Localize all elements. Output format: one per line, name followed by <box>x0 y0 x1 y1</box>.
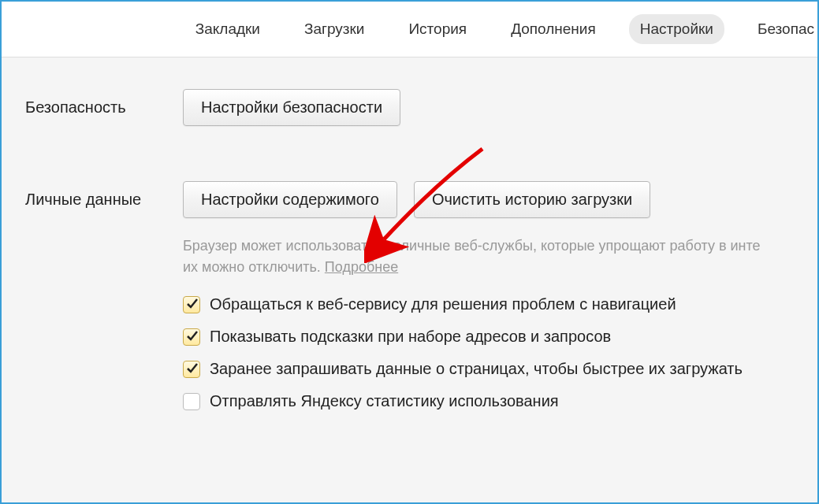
more-link[interactable]: Подробнее <box>325 259 398 275</box>
check-row-navigation[interactable]: Обращаться к веб-сервису для решения про… <box>183 295 817 313</box>
desc-line-2: их можно отключить. <box>183 259 325 275</box>
check-row-prefetch[interactable]: Заранее запрашивать данные о страницах, … <box>183 360 817 378</box>
desc-line-1: Браузер может использовать различные веб… <box>183 238 761 254</box>
section-title-personal: Личные данные <box>25 181 183 209</box>
checkbox-suggestions[interactable] <box>183 328 200 346</box>
check-label: Заранее запрашивать данные о страницах, … <box>210 360 743 378</box>
section-title-security: Безопасность <box>25 89 183 117</box>
personal-description: Браузер может использовать различные веб… <box>183 235 813 278</box>
security-settings-button[interactable]: Настройки безопасности <box>183 89 400 126</box>
tab-settings[interactable]: Настройки <box>629 14 724 44</box>
check-row-suggestions[interactable]: Показывать подсказки при наборе адресов … <box>183 328 817 346</box>
tab-bookmarks[interactable]: Закладки <box>184 14 271 44</box>
check-label: Отправлять Яндексу статистику использова… <box>210 392 559 410</box>
settings-content: Безопасность Настройки безопасности Личн… <box>2 57 817 503</box>
check-label: Показывать подсказки при наборе адресов … <box>210 328 611 346</box>
content-settings-button[interactable]: Настройки содержимого <box>183 181 397 218</box>
clear-history-button[interactable]: Очистить историю загрузки <box>414 181 650 218</box>
tab-downloads[interactable]: Загрузки <box>293 14 375 44</box>
top-nav: Закладки Загрузки История Дополнения Нас… <box>2 2 817 57</box>
tab-security[interactable]: Безопас <box>746 14 819 44</box>
tab-history[interactable]: История <box>397 14 478 44</box>
checkbox-prefetch[interactable] <box>183 361 200 378</box>
tab-extensions[interactable]: Дополнения <box>500 14 607 44</box>
check-label: Обращаться к веб-сервису для решения про… <box>210 295 676 313</box>
checkbox-navigation[interactable] <box>183 296 200 313</box>
checkbox-stats[interactable] <box>183 393 200 410</box>
checkbox-list: Обращаться к веб-сервису для решения про… <box>183 295 817 410</box>
check-row-stats[interactable]: Отправлять Яндексу статистику использова… <box>183 392 817 410</box>
